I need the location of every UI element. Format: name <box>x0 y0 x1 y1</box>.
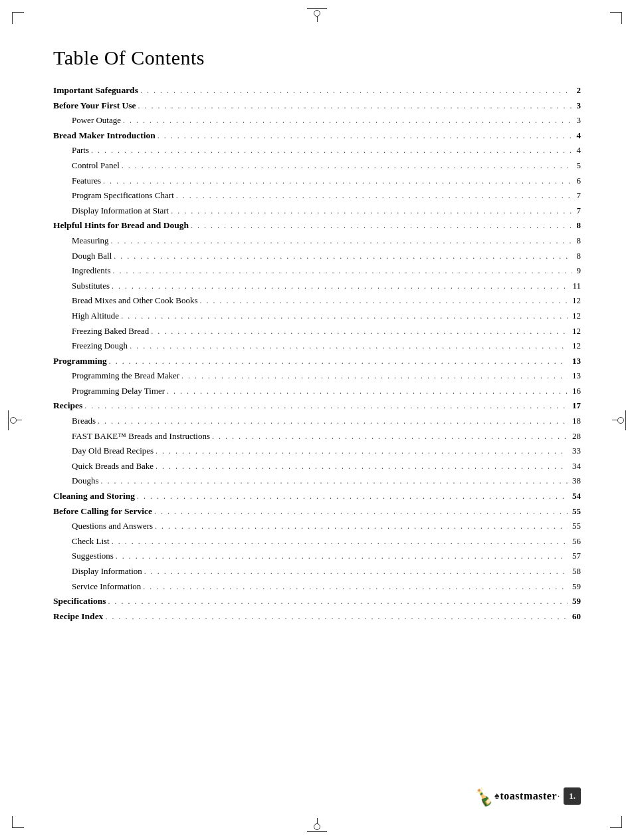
reg-mark-top <box>307 8 327 22</box>
toc-entry: Power Outage3 <box>53 114 581 129</box>
toc-dots <box>123 114 572 129</box>
toc-label: Quick Breads and Bake <box>72 460 154 473</box>
toc-dots <box>151 325 568 340</box>
toc-page-number: 34 <box>570 460 581 473</box>
toc-label: Service Information <box>72 580 141 593</box>
toc-entry: Service Information59 <box>53 580 581 595</box>
toc-label: Important Safeguards <box>53 84 138 98</box>
toc-entry: Specifications59 <box>53 595 581 610</box>
toc-page-number: 17 <box>570 399 581 412</box>
toc-entry: Doughs38 <box>53 474 581 490</box>
toc-label: Day Old Bread Recipes <box>72 444 154 458</box>
brand-icon: 🍾 <box>471 785 492 807</box>
brand-name: toastmaster <box>500 790 557 802</box>
toc-dots <box>91 144 572 159</box>
toc-dots <box>98 415 568 430</box>
toc-entry: Helpful Hints for Bread and Dough8 <box>53 219 581 234</box>
toc-page-number: 57 <box>570 549 581 563</box>
toc-label: Ingredients <box>72 264 110 277</box>
toc-entry: Bread Mixes and Other Cook Books12 <box>53 294 581 309</box>
toc-entry: Check List56 <box>53 535 581 550</box>
toc-label: Features <box>72 174 101 188</box>
toc-entry: Programming13 <box>53 354 581 370</box>
toc-label: Programming Delay Timer <box>72 384 165 398</box>
toc-dots <box>138 100 572 114</box>
toc-page-number: 12 <box>570 339 581 352</box>
page-title: Table Of Contents <box>53 47 581 69</box>
toc-label: Bread Maker Introduction <box>53 129 156 143</box>
toc-dots <box>111 235 572 249</box>
toc-page-number: 60 <box>570 610 581 623</box>
toc-label: Measuring <box>72 234 109 247</box>
toc-dots <box>137 490 568 505</box>
toc-page-number: 2 <box>574 84 581 97</box>
toc-entry: Display Information58 <box>53 565 581 580</box>
toc-label: Helpful Hints for Bread and Dough <box>53 219 189 233</box>
toc-entry: Programming the Bread Maker13 <box>53 369 581 384</box>
toc-label: Questions and Answers <box>72 519 153 533</box>
toc-dots <box>144 565 568 580</box>
toc-entry: Breads18 <box>53 414 581 430</box>
toc-entry: Day Old Bread Recipes33 <box>53 444 581 460</box>
toc-entry: Control Panel5 <box>53 159 581 174</box>
toc-entry: Programming Delay Timer16 <box>53 384 581 400</box>
toc-page-number: 12 <box>570 294 581 307</box>
toc-label: Suggestions <box>72 549 114 563</box>
reg-mark-bottom <box>307 818 327 832</box>
toc-label: Dough Ball <box>72 249 112 263</box>
toc-dots <box>112 280 568 295</box>
brand-icon-text: ♠ <box>494 791 499 801</box>
toc-entry: Suggestions57 <box>53 549 581 565</box>
toc-label: Programming <box>53 354 107 368</box>
toc-dots <box>158 130 572 144</box>
toc-page-number: 6 <box>574 174 581 188</box>
toc-dots <box>130 340 568 354</box>
toc-label: Control Panel <box>72 159 120 172</box>
toc-container: Important Safeguards2Before Your First U… <box>53 84 581 625</box>
toc-page-number: 4 <box>574 129 581 142</box>
toc-label: Recipes <box>53 399 82 413</box>
toc-dots <box>167 385 568 400</box>
toc-dots <box>171 205 572 219</box>
toc-page-number: 58 <box>570 565 581 578</box>
toc-dots <box>105 611 568 625</box>
toc-label: Before Calling for Service <box>53 505 152 519</box>
toc-page-number: 54 <box>570 490 581 503</box>
toc-page-number: 7 <box>574 204 581 217</box>
toc-page-number: 3 <box>574 99 581 112</box>
toc-page-number: 9 <box>574 264 581 277</box>
toc-entry: Dough Ball8 <box>53 249 581 265</box>
corner-mark-tr <box>610 12 622 24</box>
corner-mark-bl <box>12 816 24 828</box>
toc-page-number: 11 <box>570 279 581 293</box>
toc-entry: Questions and Answers55 <box>53 519 581 535</box>
toc-dots <box>176 190 572 204</box>
toc-label: Display Information <box>72 565 142 578</box>
toc-entry: FAST BAKE™ Breads and Instructions28 <box>53 430 581 445</box>
toc-entry: Freezing Baked Bread12 <box>53 325 581 340</box>
toc-dots <box>112 265 572 279</box>
toc-label: Program Specifications Chart <box>72 189 174 202</box>
toc-page-number: 13 <box>570 354 581 368</box>
toc-dots <box>191 219 572 234</box>
toc-dots <box>109 355 568 370</box>
toc-dots <box>112 535 568 550</box>
toc-label: Freezing Baked Bread <box>72 325 149 338</box>
toc-entry: Bread Maker Introduction4 <box>53 129 581 144</box>
toc-dots <box>181 370 568 384</box>
toc-label: Freezing Dough <box>72 339 128 352</box>
toc-dots <box>156 445 568 460</box>
toc-page-number: 59 <box>570 595 581 608</box>
toc-page-number: 55 <box>570 519 581 533</box>
svg-text:🍾: 🍾 <box>471 786 492 807</box>
toc-dots <box>143 581 568 595</box>
toc-label: Parts <box>72 144 89 157</box>
toc-entry: Before Calling for Service55 <box>53 505 581 520</box>
toc-page-number: 3 <box>574 114 581 127</box>
toc-page-number: 5 <box>574 159 581 172</box>
toc-label: Recipe Index <box>53 610 103 624</box>
toc-label: Specifications <box>53 595 106 609</box>
corner-mark-tl <box>12 12 24 24</box>
toc-dots <box>155 520 568 535</box>
toc-entry: Recipe Index60 <box>53 610 581 625</box>
